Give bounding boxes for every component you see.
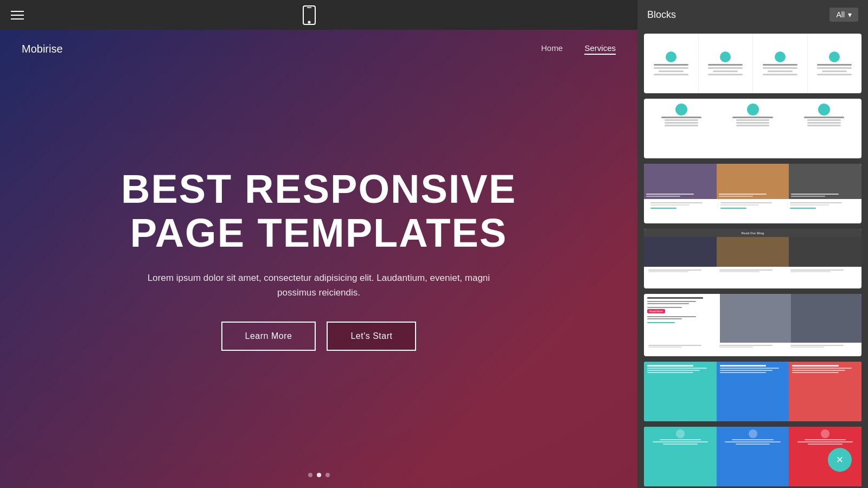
- top-toolbar: [0, 0, 637, 30]
- hero-buttons: Learn More Let's Start: [121, 322, 516, 351]
- hero-navigation: Mobirise Home Services: [0, 30, 637, 68]
- nav-link-services[interactable]: Services: [584, 43, 616, 55]
- blocks-panel-header: Blocks All ▾: [637, 0, 868, 29]
- lets-start-button[interactable]: Let's Start: [327, 322, 416, 351]
- block-thumbnail-5[interactable]: Read More: [644, 294, 861, 356]
- blocks-scroll-area[interactable]: Read Our Blog: [637, 29, 868, 488]
- hero-content: BEST RESPONSIVE PAGE TEMPLATES Lorem ips…: [99, 167, 538, 351]
- block-thumbnail-6[interactable]: [644, 362, 861, 421]
- chevron-down-icon: ▾: [848, 10, 852, 19]
- nav-link-home[interactable]: Home: [541, 43, 563, 55]
- hero-title-line2: PAGE TEMPLATES: [130, 210, 507, 255]
- carousel-dot-3[interactable]: [326, 473, 330, 477]
- site-logo: Mobirise: [22, 43, 63, 55]
- blocks-panel-title: Blocks: [647, 9, 676, 21]
- close-button[interactable]: ×: [828, 448, 852, 472]
- carousel-dot-2[interactable]: [317, 473, 321, 477]
- svg-point-1: [308, 21, 310, 23]
- hero-title-line1: BEST RESPONSIVE: [121, 166, 516, 211]
- block-thumbnail-1[interactable]: [644, 34, 861, 93]
- block-thumbnail-2[interactable]: [644, 99, 861, 158]
- device-preview-icon[interactable]: [302, 5, 317, 25]
- blog-thumbnail-header: Read Our Blog: [644, 229, 861, 237]
- hero-carousel-dots: [308, 473, 330, 477]
- hero-subtitle: Lorem ipsum dolor sit amet, consectetur …: [129, 271, 509, 300]
- hamburger-menu[interactable]: [11, 11, 24, 20]
- blocks-filter-label: All: [836, 10, 845, 19]
- block-thumbnail-3[interactable]: [644, 164, 861, 223]
- learn-more-button[interactable]: Learn More: [221, 322, 316, 351]
- hero-section: Mobirise Home Services BEST RESPONSIVE P…: [0, 30, 637, 488]
- carousel-dot-1[interactable]: [308, 473, 312, 477]
- block-thumbnail-4[interactable]: Read Our Blog: [644, 229, 861, 288]
- nav-links: Home Services: [541, 43, 616, 55]
- hero-title: BEST RESPONSIVE PAGE TEMPLATES: [121, 167, 516, 255]
- blocks-filter-dropdown[interactable]: All ▾: [829, 8, 858, 22]
- blocks-panel: Blocks All ▾: [637, 0, 868, 488]
